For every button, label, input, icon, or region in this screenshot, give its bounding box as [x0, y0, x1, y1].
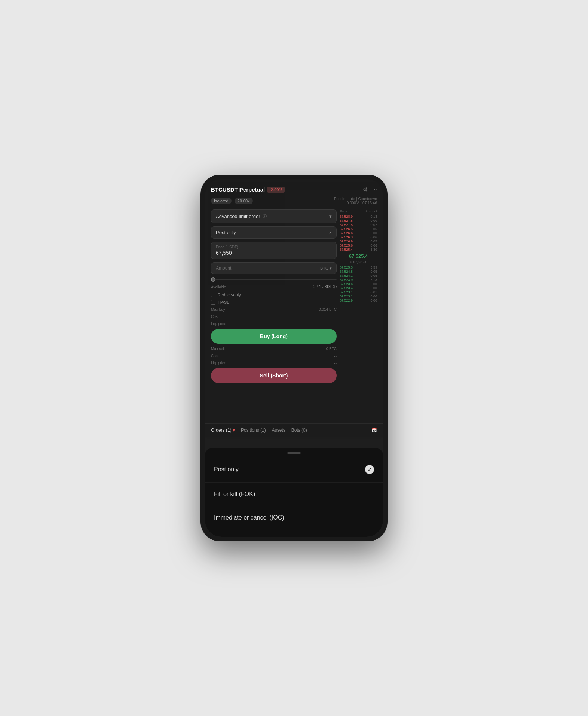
max-buy-row: Max buy 0.014 BTC — [211, 307, 337, 312]
tpsl-checkbox[interactable] — [211, 300, 215, 305]
cost-label: Cost — [211, 315, 219, 319]
more-icon[interactable]: ··· — [372, 186, 377, 193]
max-sell-row: Max sell 0 BTC — [211, 347, 337, 351]
trading-pair[interactable]: BTCUSDT Perpetual — [211, 186, 265, 193]
reduce-only-row[interactable]: Reduce-only — [211, 293, 337, 297]
reduce-only-label: Reduce-only — [218, 293, 241, 297]
post-only-label: Post only — [216, 230, 236, 235]
phone-device: BTCUSDT Perpetual -2.90% ⚙ ··· Isolated … — [200, 175, 388, 541]
funding-label: Funding rate | Countdown — [334, 197, 377, 201]
order-type-chevron-icon: ▾ — [329, 214, 332, 219]
option-ioc[interactable]: Immediate or cancel (IOC) — [205, 506, 383, 529]
option-post-only[interactable]: Post only ✓ — [205, 457, 383, 483]
table-row: 67,526.50.05 — [340, 227, 377, 231]
available-value: 2.44 USDT ⓘ — [313, 284, 337, 290]
tab-assets[interactable]: Assets — [272, 428, 285, 433]
option-fok-label: Fill or kill (FOK) — [214, 491, 255, 498]
orderbook-panel: Price Amount 67,528.90.13 67,527.80.00 6… — [340, 209, 377, 383]
amount-currency: BTC ▾ — [320, 266, 332, 271]
bottom-tabs: Orders (1) ▾ Positions (1) Assets Bots (… — [205, 423, 383, 437]
table-row: 67,526.60.00 — [340, 231, 377, 235]
ob-buy-rows: 67,525.33.59 67,524.80.05 67,524.10.05 6… — [340, 266, 377, 303]
max-buy-value: 0.014 BTC — [319, 307, 337, 312]
price-label: Price (USDT) — [216, 245, 332, 249]
option-post-only-label: Post only — [214, 466, 239, 473]
tpsl-row[interactable]: TP/SL — [211, 300, 337, 305]
reduce-only-checkbox[interactable] — [211, 293, 215, 297]
option-ioc-label: Immediate or cancel (IOC) — [214, 514, 284, 521]
slider-track — [211, 279, 337, 280]
order-type-label: Advanced limit order — [216, 214, 260, 219]
table-row: 67,523.60.00 — [340, 282, 377, 286]
max-buy-label: Max buy — [211, 307, 225, 312]
table-row: 67,528.90.13 — [340, 215, 377, 218]
max-sell-value: 0 BTC — [326, 347, 337, 351]
settings-icon[interactable]: ⚙ — [362, 186, 368, 193]
liq-price2-label: Liq. price — [211, 361, 226, 365]
order-type-selector[interactable]: Advanced limit order ⓘ ▾ — [211, 209, 337, 223]
sub-header-left: Isolated 20.00x — [211, 198, 253, 204]
table-row: 67,525.33.59 — [340, 266, 377, 269]
option-fok[interactable]: Fill or kill (FOK) — [205, 483, 383, 506]
tab-bots[interactable]: Bots (0) — [291, 428, 307, 433]
tpsl-label: TP/SL — [218, 300, 229, 305]
table-row: 67,522.90.00 — [340, 299, 377, 302]
liq-price-label: Liq. price — [211, 322, 226, 326]
leverage-badge[interactable]: 20.00x — [235, 198, 253, 204]
buy-long-button[interactable]: Buy (Long) — [211, 329, 337, 344]
mid-price-sub: ≈ 67,525.4 — [340, 260, 377, 264]
price-input-container[interactable]: Price (USDT) 67,550 — [211, 242, 337, 259]
order-type-left: Advanced limit order ⓘ — [216, 214, 267, 219]
ob-amount-col: Amount — [365, 209, 377, 213]
table-row: 67,523.10.00 — [340, 294, 377, 298]
table-row: 67,527.80.00 — [340, 219, 377, 223]
liq-price2-value: -- — [334, 361, 337, 365]
cost2-label: Cost — [211, 354, 219, 358]
tab-positions[interactable]: Positions (1) — [241, 428, 266, 433]
table-row: 67,523.10.01 — [340, 290, 377, 294]
sell-short-button[interactable]: Sell (Short) — [211, 368, 337, 383]
header-left: BTCUSDT Perpetual -2.90% — [211, 186, 285, 193]
table-row: 67,527.50.02 — [340, 223, 377, 227]
bottom-sheet-dropdown: Post only ✓ Fill or kill (FOK) Immediate… — [205, 448, 383, 537]
funding-info: Funding rate | Countdown 0.008% / 07:13:… — [334, 197, 377, 205]
price-change-badge: -2.90% — [267, 187, 285, 193]
table-row: 67,524.10.05 — [340, 274, 377, 278]
sub-header: Isolated 20.00x Funding rate | Countdown… — [211, 197, 377, 205]
post-only-selector[interactable]: Post only × — [211, 226, 337, 239]
calendar-icon[interactable]: 📅 — [371, 428, 377, 433]
order-type-info-icon: ⓘ — [263, 214, 267, 219]
max-sell-label: Max sell — [211, 347, 225, 351]
table-row: 67,525.60.06 — [340, 244, 377, 247]
isolated-badge[interactable]: Isolated — [211, 198, 232, 204]
option-post-only-check: ✓ — [365, 465, 374, 474]
header-icons: ⚙ ··· — [362, 186, 377, 193]
table-row: 67,526.30.06 — [340, 235, 377, 239]
ob-header: Price Amount — [340, 209, 377, 213]
trading-main: Advanced limit order ⓘ ▾ Post only × Pri… — [211, 209, 377, 383]
sheet-handle — [287, 452, 301, 454]
cost2-value: -- — [334, 354, 337, 358]
table-row: 67,523.40.00 — [340, 286, 377, 290]
funding-value: 0.008% / 07:13:46 — [334, 201, 377, 205]
slider-container[interactable] — [211, 277, 337, 281]
mid-price: 67,525.4 — [340, 253, 377, 259]
liq-price2-row: Liq. price -- — [211, 361, 337, 365]
cost-value: -- — [334, 315, 337, 319]
slider-thumb — [211, 277, 215, 282]
ob-price-col: Price — [340, 209, 347, 213]
available-label: Available — [211, 285, 226, 289]
trading-panel: BTCUSDT Perpetual -2.90% ⚙ ··· Isolated … — [205, 179, 383, 437]
phone-screen: BTCUSDT Perpetual -2.90% ⚙ ··· Isolated … — [205, 179, 383, 537]
cost-row: Cost -- — [211, 315, 337, 319]
table-row: 67,523.96.13 — [340, 278, 377, 282]
left-panel: Advanced limit order ⓘ ▾ Post only × Pri… — [211, 209, 337, 383]
post-only-close-icon: × — [329, 230, 332, 235]
cost2-row: Cost -- — [211, 354, 337, 358]
ob-sell-rows: 67,528.90.13 67,527.80.00 67,527.50.02 6… — [340, 215, 377, 252]
liq-price-row: Liq. price -- — [211, 322, 337, 326]
table-row: 67,525.46.30 — [340, 248, 377, 251]
amount-input-container[interactable]: Amount BTC ▾ — [211, 262, 337, 274]
amount-label: Amount — [216, 266, 231, 271]
tab-orders[interactable]: Orders (1) ▾ — [211, 428, 235, 433]
